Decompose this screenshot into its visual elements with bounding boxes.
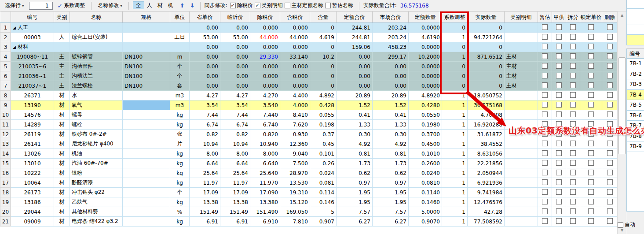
delete-checkbox[interactable] [607,63,613,69]
column-header-code[interactable]: 编号 [11,12,54,23]
column-header-market_sum[interactable]: 市场合价 [373,12,409,23]
cell-quota_qty[interactable]: 0.4280 [409,100,442,110]
estimate-checkbox[interactable] [542,170,548,175]
supplied-checkbox[interactable] [556,53,562,59]
cell-linyi[interactable]: 0.00 [220,71,250,81]
cell-prov[interactable]: 0.00 [190,62,220,71]
cell-name[interactable]: 铁砂布 0#-2# [70,130,123,139]
cell-tax[interactable]: 7.810 [280,217,310,227]
cell-spec[interactable] [123,178,170,188]
cell-num[interactable]: 11 [0,120,11,130]
cell-unit[interactable]: 工日 [170,33,190,42]
cell-linyi[interactable]: 11.97 [220,178,250,188]
filter-button-全[interactable]: 全 [133,1,144,9]
cell-code[interactable]: 10222 [11,168,54,178]
cell-qty[interactable]: 0.055 [310,110,337,120]
estimate-checkbox[interactable] [542,102,548,108]
cell-qty[interactable]: 0.428 [310,100,337,110]
cell-notax[interactable]: 4.270 [250,91,280,100]
cell-linyi[interactable]: 53.00 [220,33,250,42]
column-header-unit[interactable]: 单位 [170,12,190,23]
supplied-checkbox[interactable] [556,44,562,49]
cell-coef[interactable]: 1 [442,139,468,149]
cell-coef[interactable]: 1 [442,178,468,188]
estimate-checkbox[interactable] [542,63,548,69]
cell-prov[interactable]: 6.64 [190,159,220,168]
cell-tax[interactable]: 13.530 [280,178,310,188]
cell-cat[interactable] [54,23,70,33]
cell-linyi[interactable]: 0.00 [220,23,250,33]
table-row[interactable]: 6210036~1主沟槽法兰DN100个0.000.000.0000.00000… [0,71,618,81]
lock-price-checkbox[interactable] [588,92,594,98]
cell-actual[interactable]: 18.050752 [468,91,505,100]
cell-market_sum[interactable]: 6.27 [373,217,409,227]
column-header-quota_qty[interactable]: 定额数量 [409,12,442,23]
cell-prov[interactable]: 17.09 [190,188,220,197]
cell-market_sum[interactable]: 299.17 [373,52,409,62]
cell-cat[interactable]: 人 [54,33,70,42]
cell-tax[interactable]: 8.410 [280,110,310,120]
cell-unit[interactable]: m3 [170,91,190,100]
column-header-actual[interactable]: 实际数量 [468,12,505,23]
supplied-checkbox[interactable] [556,34,562,40]
cell-quota_sum[interactable]: 0.00 [337,81,373,91]
cell-quota_qty[interactable]: 0.9070 [409,217,442,227]
cell-notax[interactable]: 151.490 [250,207,280,217]
cell-name[interactable]: 乙炔气 [70,197,123,207]
cell-name[interactable]: 沟槽管件 [70,62,123,71]
cell-name[interactable]: 冲击钻头 φ22 [70,188,123,197]
supplied-checkbox[interactable] [556,179,562,185]
cell-actual[interactable]: 0 [468,62,505,71]
cell-cat[interactable]: 材 [54,120,70,130]
sync-option-checkbox[interactable]: ✓ [255,3,260,8]
cell-actual[interactable]: 0 [468,71,505,81]
cell-actual[interactable]: 4.70008 [468,110,505,120]
lock-price-checkbox[interactable] [588,63,594,69]
quota-list-item[interactable]: 7B-8 [626,131,644,142]
sync-option-checkbox[interactable] [285,3,290,8]
table-row[interactable]: 2029044材其他材料费%151.49151.49151.490169.050… [0,207,618,217]
cell-num[interactable]: 10 [0,110,11,120]
cell-qty[interactable]: 0.26 [310,159,337,168]
split-checkbox[interactable] [570,44,576,49]
supplied-checkbox[interactable] [556,102,562,108]
cell-num[interactable]: 7 [0,81,11,91]
cell-notax[interactable]: 6.640 [250,159,280,168]
cell-notax[interactable]: 17.090 [250,188,280,197]
split-checkbox[interactable] [570,131,576,137]
cell-detail[interactable] [505,217,538,227]
cell-spec[interactable]: DN100 [123,81,170,91]
cell-market_sum[interactable]: 20.89 [373,91,409,100]
cell-cat[interactable]: 材 [54,110,70,120]
cell-tax[interactable]: 169.050 [280,207,310,217]
cell-prov[interactable]: 6.91 [190,217,220,227]
cell-spec[interactable]: DN100 [123,71,170,81]
cell-prov[interactable]: 0.00 [190,52,220,62]
cell-spec[interactable] [123,120,170,130]
cell-prov[interactable]: 4.27 [190,91,220,100]
column-header-estimate[interactable]: 暂估 [538,12,552,23]
cell-spec[interactable] [123,188,170,197]
cell-quota_sum[interactable]: 1.95 [337,188,373,197]
supplied-checkbox[interactable] [556,63,562,69]
cell-qty[interactable]: 0 [310,62,337,71]
cell-qty[interactable]: 10.2 [310,52,337,62]
cell-notax[interactable]: 0.000 [250,62,280,71]
cell-code[interactable]: 26173 [11,188,54,197]
quota-list-item[interactable]: 7B-7 [626,121,644,131]
cell-unit[interactable]: kg [170,110,190,120]
cell-market_sum[interactable]: 0.00 [373,62,409,71]
cell-actual[interactable]: 6.921936 [468,178,505,188]
cell-linyi[interactable]: 0.00 [220,81,250,91]
cell-quota_sum[interactable]: 0.97 [337,178,373,188]
cell-detail[interactable] [505,91,538,100]
cell-qty[interactable]: 0 [310,23,337,33]
lock-price-checkbox[interactable] [588,44,594,49]
cell-market_sum[interactable]: 0.41 [373,110,409,120]
lock-price-checkbox[interactable] [588,121,594,127]
cell-qty[interactable]: 4.892 [310,91,337,100]
cell-prov[interactable]: 10.94 [190,139,220,149]
quota-list-item[interactable]: 7B-6 [626,111,644,121]
filter-button-机[interactable]: 机 [165,2,176,9]
cell-actual[interactable]: 9.741984 [468,188,505,197]
